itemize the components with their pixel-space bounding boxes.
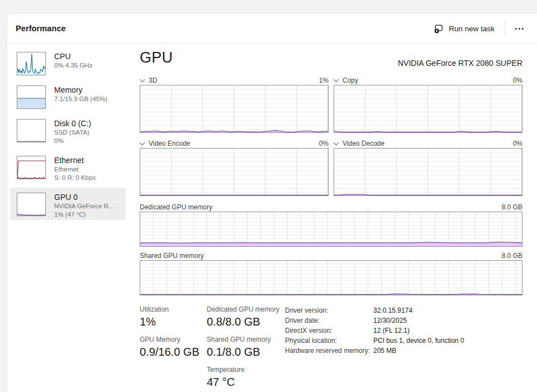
chart-3d[interactable]	[140, 85, 329, 133]
ethernet-label: Ethernet	[54, 156, 96, 165]
gpu-device-name: NVIDIA GeForce RTX 2080 SUPER	[398, 59, 522, 68]
dedicated-memory-max: 8.0 GB	[502, 203, 522, 211]
chart-value-copy: 0%	[513, 77, 522, 84]
ethernet-mini-chart	[17, 156, 46, 179]
sidebar-item-gpu[interactable]: GPU 0 NVIDIA GeForce R... 1% (47 °C)	[10, 188, 126, 220]
gpu-mini-chart	[17, 193, 46, 216]
chart-video-decode[interactable]	[334, 148, 522, 196]
stats-column-2: Dedicated GPU memory 0.8/8.0 GB Shared G…	[207, 305, 279, 392]
stat-utilization: Utilization 1%	[140, 305, 199, 329]
stats-column-1: Utilization 1% GPU Memory 0.9/16.0 GB	[140, 305, 199, 366]
chart-video-encode[interactable]	[140, 148, 329, 196]
shared-memory-label: Shared GPU memory	[140, 252, 204, 260]
chart-value-3d: 1%	[319, 77, 329, 84]
sidebar-item-memory[interactable]: Memory 7.1/15.9 GB (45%)	[10, 80, 126, 114]
memory-label: Memory	[54, 85, 107, 95]
chart-shared-memory[interactable]	[140, 260, 522, 295]
chevron-down-icon	[334, 77, 339, 83]
stat-gpu-memory: GPU Memory 0.9/16.0 GB	[140, 336, 199, 359]
detail-directx-version: DirectX version: 12 (FL 12.1)	[285, 326, 522, 336]
chevron-down-icon	[334, 140, 339, 146]
stat-dedicated-memory: Dedicated GPU memory 0.8/8.0 GB	[207, 305, 279, 329]
chart-label-3d: 3D	[149, 77, 157, 84]
chart-header-video-encode[interactable]: Video Encode 0%	[140, 139, 329, 148]
sidebar-item-cpu[interactable]: CPU 0% 4.35 GHz	[10, 47, 126, 80]
gpu-detail-pane: GPU NVIDIA GeForce RTX 2080 SUPER 3D 1% …	[140, 14, 522, 392]
stat-shared-memory: Shared GPU memory 0.1/8.0 GB	[207, 336, 279, 359]
gpu-section-title: GPU	[140, 49, 173, 66]
disk-mini-chart	[17, 119, 46, 142]
cpu-stats: 0% 4.35 GHz	[54, 61, 92, 70]
chart-label-video-encode: Video Encode	[149, 140, 191, 147]
memory-stats: 7.1/15.9 GB (45%)	[54, 95, 107, 103]
chart-value-video-encode: 0%	[319, 140, 329, 147]
ethernet-stats: S: 0 R: 0 Kbps	[54, 174, 96, 182]
chart-dedicated-memory[interactable]	[140, 212, 522, 247]
chevron-down-icon	[140, 77, 145, 83]
chart-copy[interactable]	[334, 85, 522, 133]
detail-physical-location: Physical location: PCI bus 1, device 0, …	[285, 336, 522, 346]
disk-stats: 0%	[54, 137, 91, 145]
chevron-down-icon	[140, 140, 145, 146]
chart-value-video-decode: 0%	[513, 140, 522, 147]
dedicated-memory-header: Dedicated GPU memory 8.0 GB	[140, 203, 522, 212]
cpu-label: CPU	[54, 52, 92, 61]
performance-sidebar: CPU 0% 4.35 GHz Memory 7.1/15.9 GB (45%)…	[10, 47, 126, 220]
ethernet-adapter: Ethernet	[54, 165, 96, 174]
gpu-name: NVIDIA GeForce R...	[54, 202, 114, 211]
gpu-label: GPU 0	[54, 193, 114, 202]
shared-memory-max: 8.0 GB	[502, 252, 522, 260]
chart-header-3d[interactable]: 3D 1%	[140, 76, 329, 85]
cpu-mini-chart	[17, 52, 46, 75]
memory-mini-chart	[17, 85, 46, 109]
page-title: Performance	[16, 24, 66, 33]
chart-header-copy[interactable]: Copy 0%	[334, 76, 522, 85]
disk-label: Disk 0 (C:)	[54, 119, 91, 128]
detail-hardware-reserved-memory: Hardware reserved memory: 205 MB	[285, 346, 522, 356]
detail-driver-date: Driver date: 12/30/2025	[285, 315, 522, 326]
chart-label-video-decode: Video Decode	[343, 140, 384, 147]
stat-temperature: Temperature 47 °C	[207, 366, 279, 389]
dedicated-memory-label: Dedicated GPU memory	[140, 203, 212, 211]
sidebar-item-disk[interactable]: Disk 0 (C:) SSD (SATA) 0%	[10, 114, 126, 151]
disk-type: SSD (SATA)	[54, 128, 91, 137]
chart-header-video-decode[interactable]: Video Decode 0%	[334, 139, 522, 148]
gpu-details-list: Driver version: 32.0.15.9174 Driver date…	[285, 305, 522, 356]
sidebar-item-ethernet[interactable]: Ethernet Ethernet S: 0 R: 0 Kbps	[10, 151, 126, 188]
task-manager-performance-panel: Performance Run new task CPU 0% 4.35 GHz	[7, 14, 537, 392]
chart-label-copy: Copy	[343, 77, 358, 84]
shared-memory-header: Shared GPU memory 8.0 GB	[140, 251, 522, 260]
gpu-stats: 1% (47 °C)	[54, 211, 114, 219]
detail-driver-version: Driver version: 32.0.15.9174	[285, 305, 522, 315]
